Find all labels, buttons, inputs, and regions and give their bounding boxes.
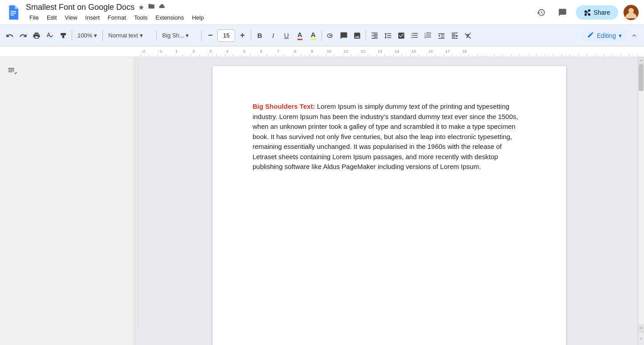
line-spacing-button[interactable]: [382, 29, 394, 43]
scroll-down-arrow[interactable]: [638, 324, 644, 332]
checklist-button[interactable]: [395, 29, 408, 43]
svg-text:17: 17: [445, 49, 450, 53]
star-icon[interactable]: ★: [138, 3, 144, 12]
menu-help[interactable]: Help: [188, 13, 208, 22]
divider-7: [366, 30, 366, 41]
scroll-thumb[interactable]: [639, 64, 644, 91]
body-text[interactable]: Lorem Ipsum is simply dummy text of the …: [253, 103, 518, 170]
collapse-toolbar-button[interactable]: [628, 29, 640, 42]
font-label: Big Sh...: [162, 32, 184, 39]
main-area: Big Shoulders Text: Lorem Ipsum is simpl…: [0, 57, 644, 345]
italic-button[interactable]: I: [267, 29, 279, 43]
outline-toggle[interactable]: [7, 66, 17, 78]
svg-text:16: 16: [428, 49, 433, 53]
svg-text:11: 11: [344, 49, 348, 53]
top-right-controls: Share: [533, 4, 639, 21]
print-button[interactable]: [30, 29, 43, 43]
text-color-button[interactable]: A: [293, 29, 306, 43]
share-label: Share: [594, 9, 610, 16]
text-style-dropdown[interactable]: Normal text ▾: [105, 29, 154, 43]
redo-button[interactable]: [17, 29, 29, 43]
svg-rect-9: [141, 46, 644, 57]
numbered-list-button[interactable]: [422, 29, 434, 43]
svg-text:9: 9: [311, 49, 313, 53]
folder-icon[interactable]: [148, 3, 155, 12]
menu-tools[interactable]: Tools: [130, 13, 151, 22]
zoom-dropdown[interactable]: 100% ▾: [74, 29, 100, 43]
bullet-list-button[interactable]: [408, 29, 421, 43]
scroll-up-arrow[interactable]: [638, 57, 644, 64]
editing-arrow-icon: ▾: [619, 32, 622, 39]
link-button[interactable]: [324, 29, 337, 43]
avatar[interactable]: [624, 5, 639, 20]
menu-file[interactable]: File: [26, 13, 42, 22]
svg-text:15: 15: [412, 49, 416, 53]
font-name-label: Big Shoulders Text:: [253, 103, 315, 110]
underline-button[interactable]: U: [280, 29, 293, 43]
menu-bar: File Edit View Insert Format Tools Exten…: [26, 13, 533, 22]
paint-format-button[interactable]: [57, 29, 69, 43]
svg-text:10: 10: [327, 49, 331, 53]
font-size-minus-button[interactable]: −: [204, 29, 216, 43]
text-style-label: Normal text: [108, 32, 138, 39]
scroll-track: [638, 64, 644, 324]
bold-button[interactable]: B: [253, 29, 266, 43]
highlight-button[interactable]: A: [307, 29, 319, 43]
svg-text:-2: -2: [142, 49, 145, 53]
vertical-ruler: [135, 57, 141, 345]
svg-text:18: 18: [462, 49, 467, 53]
divider-5: [251, 30, 251, 41]
document-content[interactable]: Big Shoulders Text: Lorem Ipsum is simpl…: [253, 102, 526, 172]
cloud-save-icon[interactable]: [159, 3, 166, 12]
svg-text:3: 3: [209, 49, 212, 53]
font-dropdown[interactable]: Big Sh... ▾: [159, 29, 199, 43]
spell-check-button[interactable]: [44, 29, 56, 43]
divider-2: [102, 30, 103, 41]
svg-rect-1: [11, 12, 16, 13]
svg-text:1: 1: [175, 49, 178, 53]
font-size-input[interactable]: [217, 29, 235, 42]
divider-3: [156, 30, 157, 41]
svg-text:-1: -1: [159, 49, 162, 53]
collapse-right-panel[interactable]: [638, 332, 644, 345]
image-button[interactable]: [351, 29, 363, 43]
zoom-arrow-icon: ▾: [94, 32, 97, 39]
toolbar: 100% ▾ Normal text ▾ Big Sh... ▾ − + B I…: [0, 25, 644, 46]
left-panel: [0, 57, 141, 345]
menu-format[interactable]: Format: [104, 13, 130, 22]
comment-inline-button[interactable]: [338, 29, 350, 43]
svg-text:7: 7: [277, 49, 279, 53]
top-bar: Smallest Font on Google Docs ★ File Edit…: [0, 0, 644, 25]
document-page[interactable]: Big Shoulders Text: Lorem Ipsum is simpl…: [212, 66, 566, 345]
scroll-area[interactable]: Big Shoulders Text: Lorem Ipsum is simpl…: [141, 57, 638, 345]
indent-less-button[interactable]: [435, 29, 448, 43]
font-arrow-icon: ▾: [186, 32, 189, 39]
svg-text:5: 5: [243, 49, 245, 53]
editing-pencil-icon: [587, 31, 594, 40]
docs-logo: [5, 4, 21, 21]
svg-text:6: 6: [260, 49, 262, 53]
align-button[interactable]: [368, 29, 381, 43]
divider-4: [201, 30, 202, 41]
document-title[interactable]: Smallest Font on Google Docs: [26, 3, 135, 12]
comments-button[interactable]: [554, 4, 571, 21]
indent-more-button[interactable]: [448, 29, 461, 43]
menu-view[interactable]: View: [61, 13, 81, 22]
svg-rect-0: [11, 11, 16, 12]
editing-button[interactable]: Editing ▾: [582, 29, 627, 42]
clear-format-button[interactable]: [462, 29, 474, 43]
svg-text:12: 12: [361, 49, 365, 53]
share-button[interactable]: Share: [576, 5, 618, 20]
font-size-plus-button[interactable]: +: [236, 29, 249, 43]
svg-text:13: 13: [378, 49, 382, 53]
history-button[interactable]: [533, 4, 549, 21]
menu-edit[interactable]: Edit: [43, 13, 60, 22]
menu-insert[interactable]: Insert: [82, 13, 103, 22]
zoom-value: 100%: [77, 32, 92, 39]
svg-text:8: 8: [294, 49, 296, 53]
undo-button[interactable]: [4, 29, 16, 43]
svg-rect-2: [11, 14, 14, 15]
menu-extensions[interactable]: Extensions: [152, 13, 187, 22]
divider-1: [72, 30, 72, 41]
svg-text:4: 4: [226, 49, 228, 53]
